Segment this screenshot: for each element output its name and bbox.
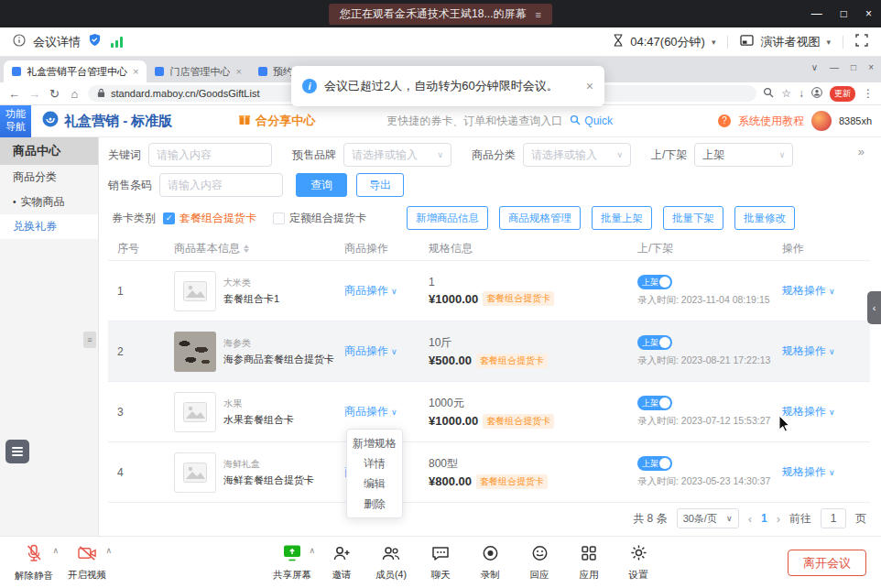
browser-minimize-button[interactable]: — xyxy=(830,62,839,72)
checkbox-checked-icon[interactable]: ✓ xyxy=(163,212,175,224)
unmute-button[interactable]: 解除静音 ∧ xyxy=(7,537,60,588)
share-center-link[interactable]: 合分享中心 xyxy=(238,113,315,129)
minimize-button[interactable]: — xyxy=(811,7,822,20)
menu-item-add-spec[interactable]: 新增规格 xyxy=(347,433,402,453)
product-ops-dropdown[interactable]: 商品操作∨ xyxy=(344,283,419,299)
prev-page-button[interactable]: ‹ xyxy=(748,512,752,526)
next-page-button[interactable]: › xyxy=(777,512,780,526)
settings-button[interactable]: 设置 xyxy=(614,537,663,588)
chevron-up-icon[interactable]: ∧ xyxy=(105,546,112,555)
browser-menu-icon[interactable]: ⋮ xyxy=(863,87,874,100)
menu-item-edit[interactable]: 编辑 xyxy=(347,474,402,494)
maximize-button[interactable]: □ xyxy=(841,7,847,20)
current-page[interactable]: 1 xyxy=(761,512,767,525)
chevron-up-icon[interactable]: ∧ xyxy=(309,546,315,555)
batch-edit-button[interactable]: 批量修改 xyxy=(734,206,795,230)
collapse-filters-icon[interactable]: » xyxy=(858,145,865,158)
browser-update-badge[interactable]: 更新 xyxy=(830,86,855,102)
sidebar-collapse-handle[interactable]: ≡ xyxy=(83,332,96,348)
product-category: 海鲜礼盒 xyxy=(223,458,314,471)
checkbox-combo-card[interactable]: ✓ 套餐组合提货卡 xyxy=(163,211,256,226)
sidebar-item-categories[interactable]: 商品分类 xyxy=(0,165,98,190)
username[interactable]: 8385xh xyxy=(839,115,872,126)
menu-icon[interactable]: ≡ xyxy=(535,9,540,20)
fullscreen-icon[interactable] xyxy=(855,34,868,50)
apps-button[interactable]: 应用 xyxy=(564,537,614,588)
close-tab-icon[interactable]: × xyxy=(133,66,138,77)
forward-icon[interactable]: → xyxy=(27,87,41,101)
batch-on-shelf-button[interactable]: 批量上架 xyxy=(592,206,652,230)
record-button[interactable]: 录制 xyxy=(465,537,515,588)
view-mode-icon xyxy=(740,34,754,50)
star-icon[interactable]: ☆ xyxy=(781,87,791,100)
row-no: 1 xyxy=(108,285,165,298)
menu-item-delete[interactable]: 删除 xyxy=(347,494,402,514)
sort-icon[interactable] xyxy=(244,245,249,253)
checkbox-fixed-card[interactable]: 定额组合提货卡 xyxy=(273,211,366,226)
category-select[interactable]: 请选择或输入 ∨ xyxy=(523,143,631,167)
back-icon[interactable]: ← xyxy=(7,87,21,101)
keyword-input[interactable] xyxy=(148,143,272,167)
shelf-select[interactable]: 上架 ∨ xyxy=(694,143,793,167)
tab-list-icon[interactable]: ∨ xyxy=(811,62,818,72)
spec-ops-dropdown[interactable]: 规格操作∨ xyxy=(782,404,870,419)
invite-button[interactable]: 邀请 xyxy=(317,537,366,588)
barcode-input[interactable] xyxy=(159,173,283,197)
browser-close-button[interactable]: × xyxy=(868,62,874,72)
leave-meeting-button[interactable]: 离开会议 xyxy=(788,550,866,576)
menu-item-details[interactable]: 详情 xyxy=(347,453,402,474)
members-button[interactable]: 成员(4) xyxy=(366,537,416,588)
sidebar-item-gift-voucher[interactable]: 兑换礼券 xyxy=(0,214,98,239)
spec-ops-dropdown[interactable]: 规格操作∨ xyxy=(782,343,870,359)
share-screen-button[interactable]: 共享屏幕 ∧ xyxy=(267,537,317,588)
meeting-details-link[interactable]: 会议详情 xyxy=(33,34,81,50)
refresh-icon[interactable]: ↻ xyxy=(48,87,61,101)
shelf-toggle[interactable]: 上架 xyxy=(637,396,672,410)
side-panel-toggle[interactable]: ‹ xyxy=(867,291,881,324)
page-size-select[interactable]: 30条/页 ∨ xyxy=(677,508,739,528)
close-button[interactable]: × xyxy=(865,7,872,20)
avatar[interactable] xyxy=(811,111,832,131)
download-icon[interactable]: ↓ xyxy=(799,87,804,100)
shield-icon[interactable] xyxy=(88,33,102,50)
chat-button[interactable]: 聊天 xyxy=(416,537,465,588)
goto-page-input[interactable] xyxy=(821,508,846,528)
product-ops-dropdown-open[interactable]: 商品操作∨ xyxy=(344,404,419,419)
search-button[interactable]: 查询 xyxy=(296,173,347,197)
browser-tab-active[interactable]: 礼盒营销平台管理中心 × xyxy=(4,60,147,82)
close-icon[interactable]: × xyxy=(586,79,593,93)
chevron-up-icon[interactable]: ∧ xyxy=(52,546,59,555)
browser-tab[interactable]: 门店管理中心 × xyxy=(147,60,249,82)
profile-icon[interactable] xyxy=(811,87,822,101)
product-ops-dropdown[interactable]: 商品操作∨ xyxy=(344,343,419,359)
shelf-toggle[interactable]: 上架 xyxy=(637,275,672,289)
brand-select[interactable]: 请选择或输入 ∨ xyxy=(343,143,451,167)
annotation-tool-button[interactable] xyxy=(5,440,29,463)
col-product[interactable]: 商品基本信息 xyxy=(165,241,335,256)
export-button[interactable]: 导出 xyxy=(356,173,404,197)
shelf-toggle[interactable]: 上架 xyxy=(637,456,672,471)
add-product-button[interactable]: 新增商品信息 xyxy=(407,206,488,230)
function-nav-button[interactable]: 功能导航 xyxy=(0,105,31,137)
search-icon[interactable] xyxy=(763,87,774,101)
chevron-down-icon: ∨ xyxy=(437,150,443,159)
view-mode-selector[interactable]: 演讲者视图 xyxy=(760,34,820,50)
table-row: 3 水果水果套餐组合卡 商品操作∨ 1000元 ¥1000.00套餐组合提货卡 … xyxy=(108,382,870,442)
quick-search-link[interactable]: Quick xyxy=(570,114,613,128)
spec-manage-button[interactable]: 商品规格管理 xyxy=(499,206,581,230)
chevron-down-icon[interactable]: ▾ xyxy=(712,38,716,47)
shelf-toggle[interactable]: 上架 xyxy=(637,335,672,350)
spec-ops-dropdown[interactable]: 规格操作∨ xyxy=(782,464,870,480)
sidebar-item-physical-goods[interactable]: • 实物商品 xyxy=(0,190,98,214)
chevron-down-icon[interactable]: ▾ xyxy=(826,38,831,47)
home-icon[interactable]: ⌂ xyxy=(68,87,82,101)
screen-watching-banner: 您正在观看金禾通技术王斌18...的屏幕 ≡ xyxy=(329,4,552,25)
batch-off-shelf-button[interactable]: 批量下架 xyxy=(663,206,723,230)
browser-maximize-button[interactable]: □ xyxy=(851,62,856,72)
react-button[interactable]: 回应 xyxy=(515,537,564,588)
tutorial-link[interactable]: 系统使用教程 xyxy=(738,114,804,129)
start-video-button[interactable]: 开启视频 ∧ xyxy=(60,537,114,588)
checkbox-unchecked-icon[interactable] xyxy=(273,212,285,224)
close-tab-icon[interactable]: × xyxy=(235,66,241,77)
spec-ops-dropdown[interactable]: 规格操作∨ xyxy=(782,283,870,299)
